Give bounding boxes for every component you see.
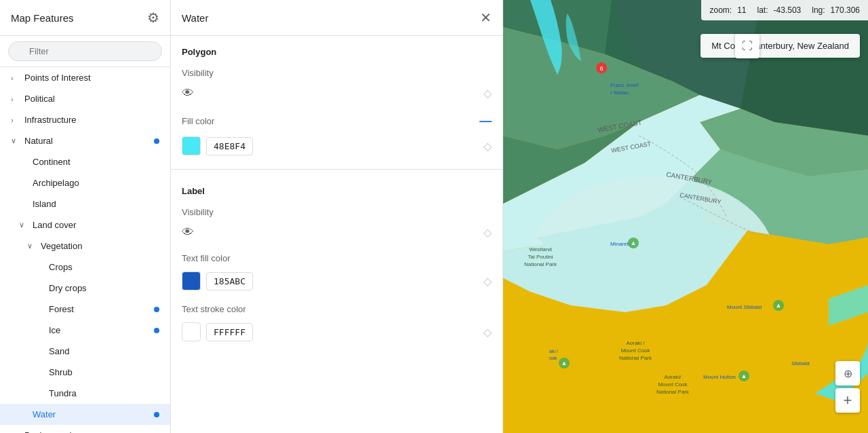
mid-panel-title: Water	[182, 12, 208, 24]
sidebar-item-label: Land cover	[33, 220, 159, 230]
svg-text:▲: ▲	[741, 373, 747, 379]
arrow-icon: ∨	[11, 136, 22, 145]
zoom-value: 11	[737, 5, 746, 15]
arrow-icon: ›	[11, 116, 22, 124]
svg-text:Aoraki /: Aoraki /	[626, 340, 645, 346]
mid-panel-header: Water ✕	[171, 0, 502, 36]
sidebar-item-points-of-interest[interactable]: ›Points of Interest	[0, 67, 170, 88]
sidebar-item-natural[interactable]: ∨Natural	[0, 130, 170, 151]
svg-text:Minarets: Minarets	[610, 241, 631, 247]
modified-dot	[154, 412, 159, 417]
location-button[interactable]: ⊕	[835, 361, 860, 385]
polygon-fill-color-value[interactable]: 48E8F4	[206, 137, 253, 155]
filter-wrap: ☰	[8, 41, 162, 61]
svg-text:ook: ook	[549, 356, 557, 360]
label-text-stroke-color-label: Text stroke color	[182, 304, 246, 314]
location-tooltip: Mt Cook, Canterbury, New Zealand	[701, 34, 860, 58]
sidebar-item-archipelago[interactable]: Archipelago	[0, 172, 170, 193]
label-text-stroke-diamond-icon[interactable]: ◇	[484, 326, 492, 339]
arrow-icon: ∨	[19, 221, 30, 229]
sidebar-item-infrastructure[interactable]: ›Infrastructure	[0, 109, 170, 130]
map-svg: WEST COAST WEST COAST CANTERBURY CANTERB…	[503, 0, 868, 433]
panel-title: Map Features	[11, 12, 74, 24]
svg-text:Tai Poutini: Tai Poutini	[528, 254, 553, 260]
sidebar-item-tundra[interactable]: Tundra	[0, 383, 170, 404]
sidebar-item-water[interactable]: Water	[0, 404, 170, 425]
sidebar-item-forest[interactable]: Forest	[0, 299, 170, 320]
label-text-fill-color-row: Text fill color	[171, 248, 502, 269]
sidebar-item-label: Tundra	[49, 388, 159, 398]
sidebar-item-vegetation[interactable]: ∨Vegetation	[0, 236, 170, 257]
sidebar-item-crops[interactable]: Crops	[0, 257, 170, 278]
polygon-fill-color-row: Fill color —	[171, 109, 502, 134]
sidebar-item-sand[interactable]: Sand	[0, 341, 170, 362]
svg-text:6: 6	[599, 65, 603, 72]
sidebar-item-label: Archipelago	[33, 178, 159, 188]
polygon-visibility-diamond-icon[interactable]: ◇	[484, 87, 492, 100]
sidebar-item-dry-crops[interactable]: Dry crops	[0, 278, 170, 299]
sidebar-item-continent[interactable]: Continent	[0, 151, 170, 172]
label-visibility-diamond-icon[interactable]: ◇	[484, 226, 492, 239]
sidebar-item-political[interactable]: ›Political	[0, 88, 170, 109]
mid-panel: Water ✕ Polygon Visibility 👁 ◇ Fill colo…	[171, 0, 503, 433]
lng-label: lng:	[812, 5, 825, 15]
settings-icon[interactable]: ⚙	[147, 10, 159, 26]
lng-value: 170.306	[831, 5, 860, 15]
sidebar-item-label: Continent	[33, 157, 159, 167]
label-text-fill-color-value[interactable]: 185ABC	[206, 272, 253, 290]
svg-text:▲: ▲	[561, 360, 568, 366]
polygon-fill-color-minus-icon[interactable]: —	[479, 114, 492, 128]
svg-text:Mount Hutton: Mount Hutton	[703, 374, 736, 380]
zoom-in-button[interactable]: +	[835, 388, 860, 413]
left-panel-header: Map Features ⚙	[0, 0, 170, 36]
polygon-fill-color-swatch[interactable]	[182, 136, 201, 155]
label-text-stroke-color-value[interactable]: FFFFFF	[206, 323, 253, 341]
sidebar-item-label: Forest	[49, 304, 150, 314]
sidebar-item-background[interactable]: Background	[0, 425, 170, 433]
sidebar-item-label: Points of Interest	[24, 73, 159, 83]
lat-label: lat:	[757, 5, 768, 15]
svg-text:Mount Cook: Mount Cook	[620, 347, 650, 354]
sidebar-item-label: Sand	[49, 346, 159, 356]
label-visibility-eye-icon[interactable]: 👁	[182, 225, 194, 240]
polygon-section-title: Polygon	[171, 36, 502, 62]
filter-input[interactable]	[8, 41, 162, 61]
map-area[interactable]: WEST COAST WEST COAST CANTERBURY CANTERB…	[503, 0, 868, 433]
modified-dot	[154, 307, 159, 312]
filter-bar: ☰	[0, 36, 170, 67]
svg-text:▲: ▲	[776, 302, 782, 309]
label-text-fill-diamond-icon[interactable]: ◇	[484, 275, 492, 288]
modified-dot	[154, 138, 159, 144]
nav-tree: ›Points of Interest›Political›Infrastruc…	[0, 67, 170, 433]
sidebar-item-land-cover[interactable]: ∨Land cover	[0, 214, 170, 236]
location-tooltip-text: Mt Cook, Canterbury, New Zealand	[711, 41, 849, 51]
polygon-visibility-label: Visibility	[182, 68, 214, 78]
label-section-title: Label	[171, 175, 502, 202]
label-visibility-label: Visibility	[182, 207, 214, 217]
svg-text:Sibbald: Sibbald	[791, 360, 810, 366]
sidebar-item-island[interactable]: Island	[0, 193, 170, 214]
label-text-fill-color-swatch[interactable]	[182, 271, 201, 290]
sidebar-item-shrub[interactable]: Shrub	[0, 362, 170, 383]
label-text-stroke-color-controls: FFFFFF ◇	[171, 320, 502, 350]
sidebar-item-ice[interactable]: Ice	[0, 320, 170, 341]
sidebar-item-label: Vegetation	[41, 241, 159, 251]
svg-text:▲: ▲	[631, 240, 637, 246]
label-visibility-controls: 👁 ◇	[171, 223, 502, 248]
close-button[interactable]: ✕	[480, 10, 492, 26]
label-text-fill-color-label: Text fill color	[182, 253, 231, 263]
label-text-stroke-color-swatch[interactable]	[182, 322, 201, 341]
fullscreen-button[interactable]: ⛶	[735, 34, 760, 58]
polygon-fill-diamond-icon[interactable]: ◇	[484, 140, 492, 153]
sidebar-item-label: Dry crops	[49, 283, 159, 293]
sidebar-item-label: Ice	[49, 325, 150, 335]
svg-text:Mount Sibbald: Mount Sibbald	[727, 304, 762, 310]
left-panel: Map Features ⚙ ☰ ›Points of Interest›Pol…	[0, 0, 171, 433]
svg-text:National Park: National Park	[524, 261, 557, 267]
fullscreen-icon: ⛶	[742, 40, 753, 52]
section-divider	[171, 169, 502, 170]
label-text-stroke-color-row: Text stroke color	[171, 299, 502, 320]
map-info-bar: zoom: 11 lat: -43.503 lng: 170.306	[701, 0, 868, 20]
svg-text:National Park: National Park	[656, 389, 690, 395]
polygon-visibility-eye-icon[interactable]: 👁	[182, 86, 194, 100]
